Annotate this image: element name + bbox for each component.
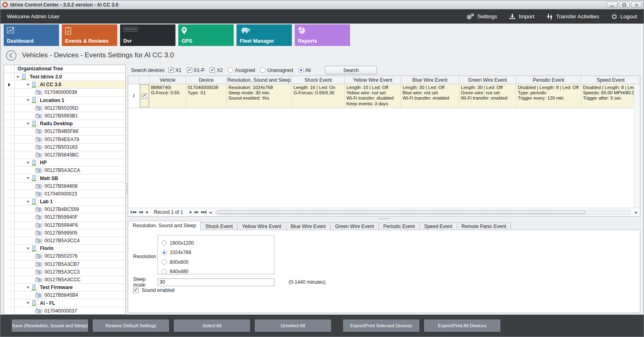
tile-gps[interactable]: GPS [178,24,234,46]
tree-row-00127b5845bc[interactable]: 00127B5845BC [4,151,125,159]
first-record-icon[interactable]: ◀◀ [131,211,136,214]
collapse-arrow-icon[interactable] [15,76,21,78]
resolution-radio-1600x1200[interactable] [162,240,167,246]
tree-row-00127b4eea78[interactable]: 00127B4EEA78 [4,136,125,143]
radio-unassigned[interactable] [260,67,265,73]
resolution-option-1024x768[interactable]: 1024x768 [162,248,274,258]
tree-row-matt-sb[interactable]: Matt SB [4,174,125,182]
next-record-icon[interactable]: ▶ [190,211,192,214]
tile-dashboard[interactable]: Dashboard [4,24,59,46]
resolution-option-1600x1200[interactable]: 1600x1200 [162,238,274,248]
tree-row-017040000023[interactable]: 017040000023 [4,190,125,198]
previous-page-icon[interactable]: ◀◀ [139,211,143,214]
row-select-checkbox[interactable] [142,93,147,99]
column-header-shock-event[interactable]: Shock Event [292,76,345,84]
tree-row-00127b503163[interactable]: 00127B503163 [4,143,125,151]
radio-all[interactable] [298,67,304,73]
tree-row-00127b5845b4[interactable]: 00127B5845B4 [4,291,125,299]
tile-events-reviews[interactable]: Events & Reviews [62,24,117,46]
tile-reports[interactable]: Reports [295,24,350,46]
collapse-arrow-icon[interactable] [25,84,31,86]
tree-row-00127b584608[interactable]: 00127B584608 [4,183,125,190]
hscroll-thumb[interactable] [217,211,586,214]
resolution-option-640x480[interactable]: 640x480 [162,267,274,277]
footer-button-export-print-selected-devices[interactable]: Export/Print Selected Devices [343,320,419,332]
resolution-option-800x600[interactable]: 800x600 [162,257,274,267]
footer-button-export-print-all-devices[interactable]: Export/Print All Devices [424,320,500,332]
collapse-arrow-icon[interactable] [25,287,31,289]
tree-row-lab-1[interactable]: Lab 1 [4,198,125,206]
checkbox-x1-p[interactable] [187,67,192,73]
transfer-activities-button[interactable]: Transfer Activities [547,13,599,20]
column-header-green-wire-event[interactable]: Green Wire Event [459,76,516,84]
hscroll-right-arrow-icon[interactable]: ▶ [635,211,637,214]
tab-yellow-wire-event[interactable]: Yellow Wire Event [237,222,286,230]
tab-resolution-sound-and-sleep[interactable]: Resolution, Sound and Sleep [128,221,201,230]
footer-button-unselect-all[interactable]: Unselect All [255,320,331,332]
tree-row-florin[interactable]: Florin [4,245,125,252]
tree-row-00127b50205d[interactable]: 00127B50205D [4,104,125,112]
last-record-icon[interactable]: ▶▶ [201,211,206,214]
tab-remote-panic-event[interactable]: Remote Panic Event [457,222,511,230]
tree-row-00127b5994f6[interactable]: 00127B5994F6 [4,222,125,229]
tree-row-00127b5a3ccc[interactable]: 00127B5A3CCC [4,276,125,284]
logout-button[interactable]: Logout [611,13,637,20]
tree-row-00127b5a3cc3[interactable]: 00127B5A3CC3 [4,268,125,276]
tab-speed-event[interactable]: Speed Event [419,222,457,230]
resolution-radio-800x600[interactable] [162,259,167,265]
sound-enabled-checkbox[interactable] [133,288,138,293]
settings-button[interactable]: Settings [466,13,497,20]
tree-row-test-firmware[interactable]: Test Firmware [4,284,125,291]
tile-fleet-manager[interactable]: Fleet Manager [237,24,292,46]
back-button[interactable] [6,50,17,61]
column-header-speed-event[interactable]: Speed Event [581,76,640,84]
tab-green-wire-event[interactable]: Green Wire Event [330,222,379,230]
column-header-device[interactable]: Device [186,76,227,84]
grid-vertical-scrollbar[interactable] [634,84,640,208]
resolution-radio-640x480[interactable] [162,269,167,274]
column-header-periodic-event[interactable]: Periodic Event [516,76,581,84]
collapse-arrow-icon[interactable] [25,99,31,101]
tree-row-radu-desktop[interactable]: Radu Desktop [4,120,125,128]
radio-assigned[interactable] [228,67,233,73]
column-header-yellow-wire-event[interactable]: Yellow Wire Event [345,76,401,84]
tab-shock-event[interactable]: Shock Event [200,222,237,230]
maximize-button[interactable] [619,2,630,8]
grid-data-row[interactable]: IBMW740iG-Force: 0.55017040000038Type: X… [128,84,640,108]
collapse-arrow-icon[interactable] [25,248,31,250]
collapse-arrow-icon[interactable] [25,123,31,125]
collapse-arrow-icon[interactable] [25,302,31,304]
sleep-mode-input[interactable] [158,278,274,286]
tree-row-017040000038[interactable]: 017040000038 [4,89,125,96]
tree-row-test-idrive-2-0[interactable]: Test Idrive 2.0 [4,73,125,81]
tab-blue-wire-event[interactable]: Blue Wire Event [286,222,331,230]
column-header-resolution-sound-and-sleep[interactable]: Resolution, Sound and Sleep [227,76,292,84]
tree-row-00127b502076[interactable]: 00127B502076 [4,252,125,260]
tree-row-00127b5a3cb7[interactable]: 00127B5A3CB7 [4,261,125,268]
tree-row-00127b4b5f88[interactable]: 00127B4B5F88 [4,128,125,135]
checkbox-x1[interactable] [169,67,174,73]
tree-row-al-cc-3-0[interactable]: Al CC 3.0 [4,81,125,89]
tree-row-017040000037[interactable]: 017040000037 [4,307,125,315]
footer-button-save-resolution-sound-and-sleep[interactable]: Save (Resolution, Sound and Sleep) [12,320,88,332]
search-button[interactable]: Search [325,66,377,74]
footer-button-restore-default-settings[interactable]: Restore Default Settings [93,320,169,332]
import-button[interactable]: Import [509,13,534,20]
checkbox-x2[interactable] [210,67,215,73]
tab-periodic-event[interactable]: Periodic Event [379,222,420,230]
close-button[interactable] [631,2,642,8]
next-page-icon[interactable]: ▶▶ [195,211,199,214]
tree-row-hp[interactable]: HP [4,159,125,167]
tree-row-location-1[interactable]: Location 1 [4,97,125,104]
tree-row-00127b5a3cc4[interactable]: 00127B5A3CC4 [4,237,125,245]
tree-row-00127b59940f[interactable]: 00127B59940F [4,213,125,221]
column-header-vehicle[interactable]: Vehicle [149,76,186,84]
horizontal-splitter[interactable] [128,217,640,221]
tree-row-al-fl[interactable]: Al - FL [4,299,125,307]
collapse-arrow-icon[interactable] [25,201,31,203]
tree-row-00127b5993b1[interactable]: 00127B5993B1 [4,112,125,120]
tree-row-00127b5a3cca[interactable]: 00127B5A3CCA [4,167,125,174]
tree-row-00127b4bc559[interactable]: 00127B4BC559 [4,206,125,213]
grid-horizontal-scrollbar[interactable] [216,210,631,215]
column-header-blue-wire-event[interactable]: Blue Wire Event [401,76,459,84]
